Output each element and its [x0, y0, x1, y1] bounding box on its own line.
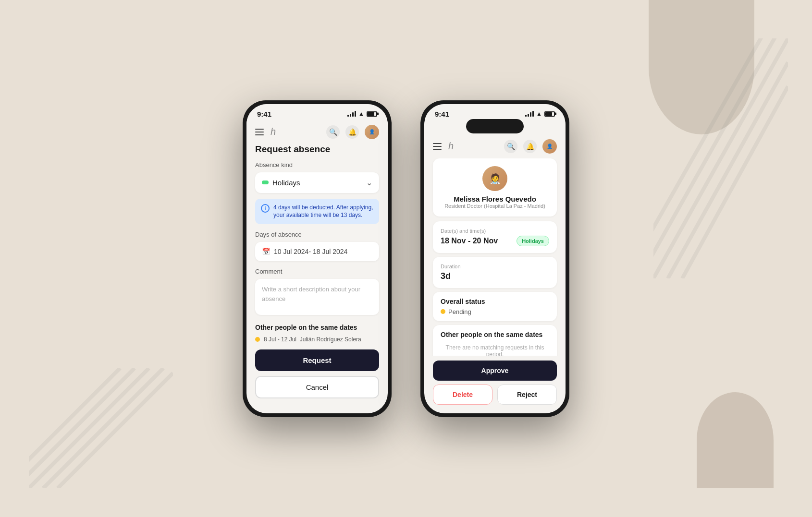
- logo-icon: h: [448, 141, 454, 152]
- nav-left: h: [433, 141, 454, 152]
- bell-icon[interactable]: 🔔: [523, 140, 537, 153]
- avatar[interactable]: 👤: [542, 139, 557, 154]
- dates-label: Date(s) and time(s): [441, 228, 549, 234]
- info-icon: i: [261, 204, 270, 213]
- battery-icon: [544, 111, 555, 117]
- pending-dot: [441, 309, 445, 314]
- phone1-status-icons: ▲: [347, 110, 377, 117]
- same-dates-label: Other people on the same dates: [255, 324, 379, 331]
- absence-kind-value: Holidays: [272, 179, 300, 187]
- signal-icon: [525, 111, 534, 117]
- cancel-button[interactable]: Cancel: [255, 376, 379, 398]
- person-row: 8 Jul - 12 Jul Julián Rodríguez Solera: [255, 336, 379, 343]
- wifi-icon: ▲: [358, 110, 364, 117]
- delete-button[interactable]: Delete: [433, 385, 492, 405]
- same-dates-label: Other people on the same dates: [441, 331, 549, 338]
- holidays-badge: Holidays: [517, 236, 549, 246]
- signal-icon: [347, 111, 356, 117]
- search-icon[interactable]: 🔍: [326, 125, 340, 139]
- avatar[interactable]: 👤: [365, 125, 379, 139]
- info-text: 4 days will be deducted. After applying,…: [273, 204, 373, 220]
- person-info: 8 Jul - 12 Jul Julián Rodríguez Solera: [264, 336, 361, 343]
- phones-container: 9:41 ▲: [243, 100, 569, 417]
- reject-button[interactable]: Reject: [497, 385, 557, 405]
- nav-right: 🔍 🔔 👤: [504, 139, 557, 154]
- phone1-status-bar: 9:41 ▲: [246, 104, 388, 121]
- profile-card: 🧑‍⚕️ Melissa Flores Quevedo Resident Doc…: [433, 158, 557, 216]
- phone1-screen: 9:41 ▲: [246, 104, 388, 413]
- approve-button[interactable]: Approve: [433, 361, 557, 381]
- same-dates-card: Other people on the same dates There are…: [433, 325, 557, 356]
- svg-line-2: [58, 373, 173, 488]
- phone1-time: 9:41: [257, 110, 271, 118]
- nav-left: h: [255, 126, 276, 137]
- comment-label: Comment: [255, 268, 379, 275]
- profile-name: Melissa Flores Quevedo: [454, 195, 536, 203]
- status-label: Overall status: [441, 298, 549, 305]
- absence-kind-dropdown[interactable]: Holidays ⌄: [255, 172, 379, 193]
- phone2-top-nav: h 🔍 🔔 👤: [424, 135, 566, 158]
- phone1: 9:41 ▲: [243, 100, 392, 417]
- profile-avatar: 🧑‍⚕️: [482, 166, 507, 191]
- holiday-dot: [262, 180, 269, 184]
- phone1-content: Request absence Absence kind Holidays ⌄ …: [246, 144, 388, 413]
- days-field[interactable]: 📅 10 Jul 2024- 18 Jul 2024: [255, 242, 379, 261]
- duration-value: 3d: [441, 271, 451, 281]
- calendar-icon: 📅: [262, 248, 270, 255]
- phone2-status-bar: 9:41 ▲: [424, 104, 566, 119]
- wifi-icon: ▲: [536, 110, 542, 117]
- info-box: i 4 days will be deducted. After applyin…: [255, 199, 379, 225]
- page-title: Request absence: [255, 144, 379, 155]
- svg-line-4: [29, 368, 120, 488]
- profile-role: Resident Doctor (Hospital La Paz - Madri…: [444, 203, 545, 209]
- dates-value: 18 Nov - 20 Nov: [441, 237, 498, 245]
- days-value: 10 Jul 2024- 18 Jul 2024: [274, 248, 347, 255]
- battery-icon: [367, 111, 377, 117]
- duration-card: Duration 3d: [433, 257, 557, 288]
- svg-line-1: [43, 368, 163, 488]
- phone2: 9:41 ▲: [420, 100, 569, 417]
- nav-right: 🔍 🔔 👤: [326, 125, 379, 139]
- bell-icon[interactable]: 🔔: [345, 125, 359, 139]
- comment-field[interactable]: Write a short description about your abs…: [255, 279, 379, 315]
- absence-kind-label: Absence kind: [255, 161, 379, 168]
- comment-placeholder: Write a short description about your abs…: [262, 286, 360, 302]
- phone2-content: 🧑‍⚕️ Melissa Flores Quevedo Resident Doc…: [424, 158, 566, 356]
- hamburger-icon[interactable]: [433, 143, 442, 150]
- svg-line-0: [29, 368, 149, 488]
- phone2-screen: 9:41 ▲: [424, 104, 566, 413]
- days-label: Days of absence: [255, 231, 379, 238]
- status-card: Overall status Pending: [433, 292, 557, 321]
- phone1-top-nav: h 🔍 🔔 👤: [246, 121, 388, 144]
- logo-icon: h: [271, 126, 276, 137]
- phone2-status-icons: ▲: [525, 110, 555, 117]
- no-match-text: There are no matching requests in this p…: [441, 341, 549, 356]
- dynamic-island: [466, 119, 524, 133]
- request-button[interactable]: Request: [255, 349, 379, 371]
- svg-line-3: [29, 368, 135, 488]
- status-value: Pending: [448, 308, 471, 315]
- phone2-time: 9:41: [435, 110, 449, 118]
- status-dot: [255, 337, 260, 342]
- action-buttons: Approve Delete Reject: [424, 356, 566, 413]
- hamburger-icon[interactable]: [255, 129, 264, 135]
- search-icon[interactable]: 🔍: [504, 140, 517, 153]
- duration-label: Duration: [441, 264, 549, 269]
- dates-card: Date(s) and time(s) 18 Nov - 20 Nov Holi…: [433, 221, 557, 253]
- chevron-down-icon: ⌄: [366, 178, 372, 187]
